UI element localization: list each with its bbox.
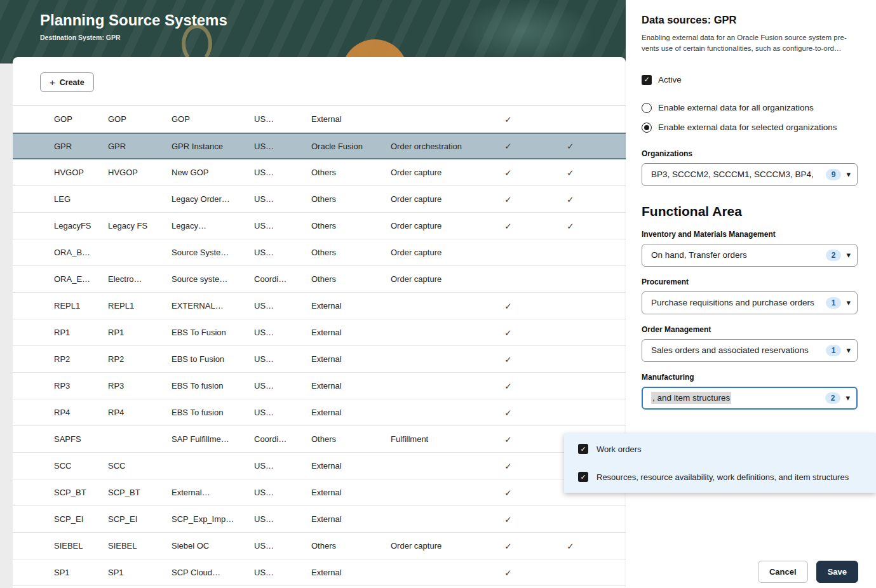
checkmark-icon: ✓	[489, 541, 527, 551]
cell-version: External	[311, 354, 391, 364]
table-row[interactable]: GOP GOP GOP US… External ✓	[13, 106, 626, 133]
organizations-value: BP3, SCCCM2, SCCCM1, SCCCM3, BP4,	[651, 170, 821, 179]
checkmark-icon: ✓	[489, 514, 527, 525]
active-checkbox-icon[interactable]: ✓	[642, 75, 652, 85]
table-row[interactable]: RP2 RP2 EBS to Fusion US… External ✓	[13, 346, 626, 373]
table-row[interactable]: SCP_EI SCP_EI SCP_Exp_Imp… US… External …	[13, 506, 626, 533]
cell-order-type: Order capture	[391, 248, 489, 257]
page-title: Planning Source Systems	[40, 11, 227, 29]
cell-code: SCP_BT	[54, 488, 108, 497]
chevron-down-icon: ▾	[846, 393, 850, 403]
table-row[interactable]: ORA_E… Electro… Source syste… Coordi… Ot…	[13, 266, 626, 293]
checkmark-icon: ✓	[489, 141, 527, 151]
organizations-section: Organizations BP3, SCCCM2, SCCCM1, SCCCM…	[642, 149, 858, 186]
table-row[interactable]: SAPFS SAP Fulfillme… Coordi… Others Fulf…	[13, 426, 626, 453]
table-row[interactable]: RP4 RP4 EBS To fusion US… External ✓	[13, 399, 626, 426]
cell-organization: US…	[254, 328, 311, 337]
table-row[interactable]: SIEBEL SIEBEL Siebel OC US… Others Order…	[13, 533, 626, 559]
table-row[interactable]: RP1 RP1 EBS To Fusion US… External ✓	[13, 319, 626, 346]
cell-code: LegacyFS	[54, 221, 108, 231]
manufacturing-select[interactable]: , and item structures 2 ▾	[642, 387, 858, 410]
table-row[interactable]: LegacyFS Legacy FS Legacy… US… Others Or…	[13, 213, 626, 239]
cell-version: External	[311, 461, 391, 471]
table-row[interactable]: SCP_BT SCP_BT External… US… External ✓	[13, 479, 626, 506]
cell-organization: US…	[254, 301, 311, 311]
select-value: On hand, Transfer orders	[651, 250, 821, 260]
field-label: Order Management	[642, 325, 858, 334]
cell-description: Legacy Order…	[172, 194, 254, 204]
chevron-down-icon: ▾	[846, 170, 851, 179]
checkmark-icon: ✓	[489, 114, 527, 124]
cell-name: RP1	[108, 328, 172, 337]
inventory-and-materials-management-select[interactable]: On hand, Transfer orders 2 ▾	[642, 244, 858, 267]
cell-version: Others	[311, 194, 391, 204]
cell-code: GOP	[54, 114, 108, 124]
table-row[interactable]: GPR GPR GPR Instance US… Oracle Fusion O…	[13, 133, 626, 159]
organizations-label: Organizations	[642, 149, 858, 158]
cell-version: External	[311, 328, 391, 337]
cell-version: Others	[311, 221, 391, 231]
cell-description: SCP_Exp_Imp…	[172, 514, 254, 524]
create-button[interactable]: + Create	[40, 72, 94, 92]
table-row[interactable]: REPL1 REPL1 EXTERNAL… US… External ✓	[13, 293, 626, 319]
cell-code: REPL1	[54, 301, 108, 311]
checkmark-icon: ✓	[489, 408, 527, 418]
table-row[interactable]: RP3 RP3 EBS To fusion US… External ✓	[13, 373, 626, 399]
cell-name: SIEBEL	[108, 541, 172, 551]
save-button[interactable]: Save	[816, 561, 858, 583]
cell-name: HVGOP	[108, 168, 172, 177]
table-row[interactable]: ORA_B… Source Syste… US… Others Order ca…	[13, 239, 626, 266]
active-checkbox-row[interactable]: ✓ Active	[642, 75, 858, 85]
functional-area-title: Functional Area	[642, 204, 858, 219]
cell-organization: US…	[254, 114, 311, 124]
table-row[interactable]: LEG Legacy Order… US… Others Order captu…	[13, 186, 626, 213]
cell-version: External	[311, 488, 391, 497]
checkmark-icon: ✓	[489, 221, 527, 231]
cell-code: SIEBEL	[54, 541, 108, 551]
cancel-button[interactable]: Cancel	[758, 561, 808, 583]
checkmark-icon: ✓	[489, 328, 527, 338]
cell-order-type: Order capture	[391, 194, 489, 204]
cell-name: Legacy FS	[108, 221, 172, 231]
cell-code: HVGOP	[54, 168, 108, 177]
order-management-select[interactable]: Sales orders and associated reservations…	[642, 339, 858, 362]
data-sources-panel: Data sources: GPR Enabling external data…	[626, 0, 876, 588]
cell-code: RP3	[54, 381, 108, 391]
radio-icon[interactable]	[642, 103, 652, 113]
cell-version: Others	[311, 541, 391, 551]
cell-organization: US…	[254, 221, 311, 231]
checkbox-icon[interactable]: ✓	[578, 472, 588, 482]
count-badge: 1	[826, 297, 842, 309]
checkmark-icon: ✓	[551, 168, 590, 178]
dropdown-option[interactable]: ✓ Work orders	[564, 435, 876, 463]
table-row[interactable]: SP1 SP1 SCP Cloud… US… External ✓	[13, 559, 626, 586]
field-label: Inventory and Materials Management	[642, 230, 858, 239]
checkmark-icon: ✓	[489, 461, 527, 471]
cell-version: Others	[311, 168, 391, 177]
external-data-radio-group: Enable external data for all organizatio…	[642, 103, 858, 133]
count-badge: 2	[826, 250, 842, 261]
cell-description: EBS To fusion	[172, 381, 254, 391]
procurement-select[interactable]: Purchase requisitions and purchase order…	[642, 291, 858, 314]
organizations-select[interactable]: BP3, SCCCM2, SCCCM1, SCCCM3, BP4, 9 ▾	[642, 163, 858, 186]
dropdown-option[interactable]: ✓ Resources, resource availability, work…	[564, 463, 876, 491]
cell-order-type: Order capture	[391, 168, 489, 177]
radio-selected-organizations[interactable]: Enable external data for selected organi…	[642, 123, 858, 133]
table-row[interactable]: SCC SCC US… External ✓	[13, 453, 626, 479]
cell-organization: US…	[254, 381, 311, 391]
cell-description: Source Syste…	[172, 248, 254, 257]
cell-order-type: Order capture	[391, 274, 489, 284]
table-row[interactable]: HVGOP HVGOP New GOP US… Others Order cap…	[13, 159, 626, 186]
checkmark-icon: ✓	[489, 381, 527, 391]
cell-description: Siebel OC	[172, 541, 254, 551]
cell-organization: US…	[254, 541, 311, 551]
checkbox-icon[interactable]: ✓	[578, 444, 588, 454]
cell-organization: US…	[254, 568, 311, 577]
cell-organization: US…	[254, 408, 311, 417]
cell-organization: US…	[254, 142, 311, 151]
cell-version: External	[311, 568, 391, 577]
radio-all-organizations[interactable]: Enable external data for all organizatio…	[642, 103, 858, 113]
chevron-down-icon: ▾	[846, 250, 851, 260]
cell-order-type: Fulfillment	[391, 434, 489, 444]
radio-selected-icon[interactable]	[642, 123, 652, 133]
